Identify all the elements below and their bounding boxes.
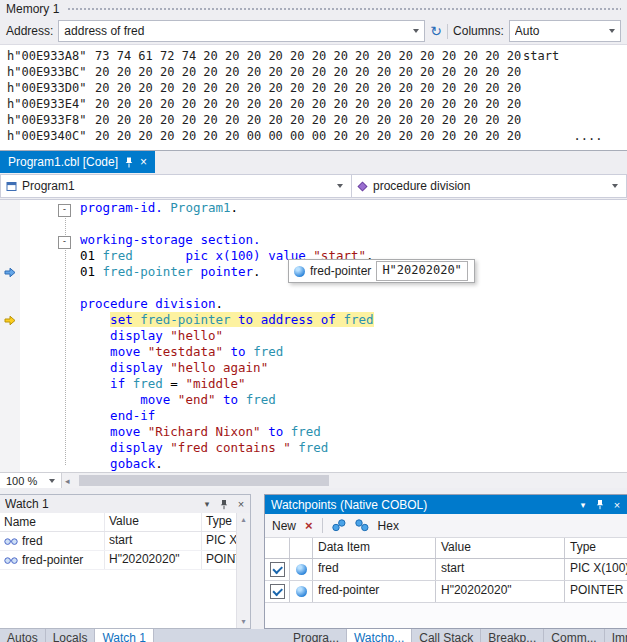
code-text[interactable]: display "hello" [74, 328, 223, 344]
code-text[interactable]: move "testdata" to fred [74, 344, 283, 360]
code-text[interactable]: display "hello again" [74, 360, 268, 376]
code-line[interactable] [0, 216, 627, 232]
memory-row[interactable]: h"00E9340C"20 20 20 20 20 20 20 00 00 00… [7, 128, 627, 144]
members-dropdown[interactable]: procedure division [351, 174, 627, 198]
code-line[interactable]: if fred = "middle" [0, 376, 627, 392]
scroll-up-icon[interactable]: ▴ [241, 515, 245, 524]
watchpoint-item-cell[interactable]: fred [313, 559, 436, 580]
horizontal-scrollbar[interactable]: ◂ [62, 473, 627, 488]
watchpoint-checkbox[interactable] [270, 584, 285, 599]
panel-tab-immedi[interactable]: Immedi... [605, 629, 627, 642]
datatip[interactable]: fred-pointer H"20202020" [288, 259, 475, 283]
code-text[interactable]: program-id. Program1. [74, 200, 238, 216]
close-icon[interactable]: × [610, 499, 624, 511]
watchpoints-col-value[interactable]: Value [436, 538, 565, 558]
watchpoints-col-dataitem[interactable]: Data Item [313, 538, 436, 558]
memory-row[interactable]: h"00E933BC"20 20 20 20 20 20 20 20 20 20… [7, 64, 627, 80]
watch-col-value[interactable]: Value [105, 513, 202, 531]
code-line[interactable]: end-if [0, 408, 627, 424]
panel-tab-autos[interactable]: Autos [0, 629, 46, 642]
watchpoint-value-cell[interactable]: H"20202020" [436, 581, 565, 602]
code-line[interactable]: move "Richard Nixon" to fred [0, 424, 627, 440]
watch-value-cell[interactable]: start [105, 532, 202, 550]
memory-row[interactable]: h"00E933A8"73 74 61 72 74 20 20 20 20 20… [7, 48, 627, 64]
address-value[interactable]: address of fred [64, 24, 406, 38]
memory-row[interactable]: h"00E933F8"20 20 20 20 20 20 20 20 20 20… [7, 112, 627, 128]
code-text[interactable]: working-storage section. [74, 232, 261, 248]
code-text[interactable]: move "end" to fred [74, 392, 276, 408]
code-line[interactable]: goback. [0, 456, 627, 472]
watchpoints-col-type[interactable]: Type [565, 538, 627, 558]
code-line[interactable]: display "fred contains " fred [0, 440, 627, 456]
watch-row[interactable]: fred-pointerH"20202020"POINTER [0, 551, 236, 570]
delete-watchpoint-icon[interactable]: × [305, 519, 313, 532]
pin-icon[interactable] [593, 499, 607, 510]
watch-row[interactable]: fredstartPIC X(100) [0, 532, 236, 551]
pin-icon[interactable] [125, 157, 133, 168]
chevron-down-icon[interactable] [413, 29, 419, 33]
code-line[interactable]: -program-id. Program1. [0, 200, 627, 216]
code-line[interactable]: -working-storage section. [0, 232, 627, 248]
code-text[interactable]: end-if [74, 408, 155, 424]
watchpoint-row[interactable]: fredstartPIC X(100) [265, 559, 627, 581]
watch-titlebar[interactable]: Watch 1 ▾ × [0, 495, 250, 513]
watchpoints-titlebar[interactable]: Watchpoints (Native COBOL) ▾ × [265, 495, 627, 514]
chevron-down-icon[interactable] [609, 29, 615, 33]
address-input[interactable]: address of fred [58, 20, 425, 42]
close-icon[interactable]: × [234, 498, 248, 510]
code-text[interactable] [74, 280, 80, 296]
watchpoint-convert-icon[interactable] [355, 519, 369, 532]
window-grip[interactable] [67, 7, 621, 12]
code-text[interactable]: display "fred contains " fred [74, 440, 328, 456]
watchpoint-row[interactable]: fred-pointerH"20202020"POINTER [265, 581, 627, 603]
chevron-down-icon[interactable] [49, 479, 55, 483]
fold-collapse-icon[interactable]: - [58, 236, 71, 249]
watch-col-type[interactable]: Type [202, 513, 236, 531]
code-text[interactable]: procedure division. [74, 296, 223, 312]
chevron-down-icon[interactable] [337, 184, 343, 188]
panel-tab-locals[interactable]: Locals [46, 629, 96, 642]
code-text[interactable]: move "Richard Nixon" to fred [74, 424, 321, 440]
code-line[interactable]: display "hello" [0, 328, 627, 344]
panel-tab-watch-1[interactable]: Watch 1 [95, 629, 154, 642]
code-editor[interactable]: -program-id. Program1.-working-storage s… [0, 200, 627, 472]
fold-collapse-icon[interactable]: - [58, 204, 71, 217]
scrollbar-thumb[interactable] [79, 475, 329, 486]
code-line[interactable]: move "testdata" to fred [0, 344, 627, 360]
watch-name-cell[interactable]: fred-pointer [0, 551, 105, 569]
code-text[interactable] [74, 216, 80, 232]
panel-tab-call-stack[interactable]: Call Stack [412, 629, 481, 642]
window-position-icon[interactable]: ▾ [200, 499, 214, 509]
code-text[interactable]: if fred = "middle" [74, 376, 246, 392]
watchpoint-checkbox[interactable] [270, 562, 285, 577]
panel-tab-watchp[interactable]: Watchp... [347, 629, 412, 642]
tab-program1-cbl[interactable]: Program1.cbl [Code] × [0, 151, 155, 173]
scroll-down-icon[interactable]: ▾ [241, 617, 245, 626]
code-text[interactable]: 01 fred-pointer pointer. [74, 264, 261, 280]
watch-col-name[interactable]: Name [0, 513, 105, 531]
watchpoint-set-icon[interactable] [332, 519, 346, 532]
panel-tab-progra[interactable]: Progra... [286, 629, 347, 642]
types-dropdown[interactable]: Program1 [0, 174, 351, 198]
columns-select[interactable]: Auto [509, 20, 621, 42]
memory-row[interactable]: h"00E933E4"20 20 20 20 20 20 20 20 20 20… [7, 96, 627, 112]
watch-value-cell[interactable]: H"20202020" [105, 551, 202, 569]
code-line[interactable]: move "end" to fred [0, 392, 627, 408]
vertical-scrollbar[interactable]: ▴ ▾ [236, 513, 250, 628]
panel-tab-breakp[interactable]: Breakp... [481, 629, 544, 642]
code-text[interactable]: set fred-pointer to address of fred [74, 312, 374, 328]
close-icon[interactable]: × [140, 156, 147, 168]
code-text[interactable]: goback. [74, 456, 163, 472]
scroll-left-icon[interactable]: ◂ [65, 473, 70, 488]
datatip-value[interactable]: H"20202020" [376, 261, 467, 281]
watchpoint-item-cell[interactable]: fred-pointer [313, 581, 436, 602]
code-line[interactable]: display "hello again" [0, 360, 627, 376]
zoom-select[interactable]: 100 % [0, 473, 62, 488]
watch-name-cell[interactable]: fred [0, 532, 105, 550]
code-line[interactable]: procedure division. [0, 296, 627, 312]
code-line[interactable]: set fred-pointer to address of fred [0, 312, 627, 328]
memory-row[interactable]: h"00E933D0"20 20 20 20 20 20 20 20 20 20… [7, 80, 627, 96]
panel-splitter[interactable] [251, 494, 264, 629]
pin-icon[interactable] [217, 499, 231, 510]
window-position-icon[interactable]: ▾ [576, 500, 590, 510]
